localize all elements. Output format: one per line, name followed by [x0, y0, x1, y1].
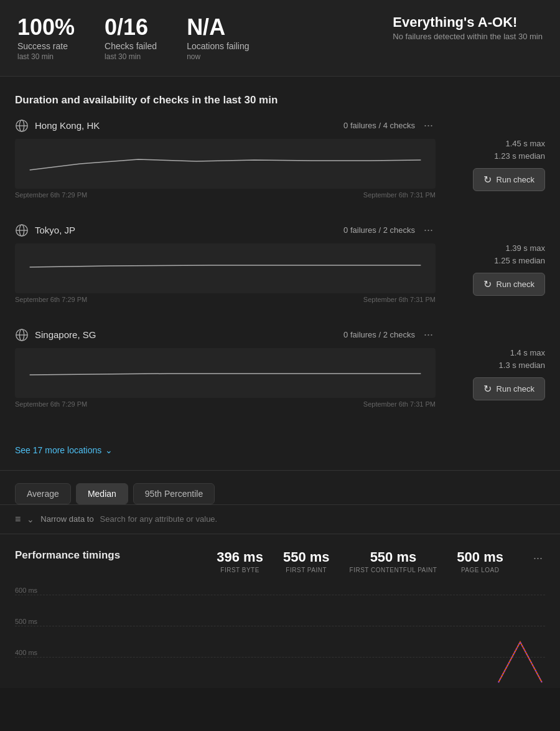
- filter-icon: ≡: [15, 514, 21, 525]
- perf-value-first-byte: 396 ms: [217, 549, 263, 565]
- tab-median[interactable]: Median: [76, 483, 128, 504]
- location-right-hk: 1.45 s max 1.23 s median ↻ Run check: [446, 119, 545, 192]
- tokyo-max: 1.39 s max: [505, 243, 545, 253]
- perf-metric-page-load: 500 ms PAGE LOAD: [457, 549, 503, 573]
- all-ok-label: No failures detected within the last 30 …: [393, 31, 543, 42]
- grid-label-500: 500 ms: [15, 618, 37, 625]
- perf-header: Performance timings 396 ms FIRST BYTE 55…: [15, 549, 545, 573]
- filter-input[interactable]: [100, 514, 545, 524]
- location-row-tokyo: Tokyo, JP 0 failures / 2 checks ··· Sept…: [15, 224, 545, 311]
- run-check-label-sg: Run check: [497, 384, 534, 394]
- see-more-section: See 17 more locations ⌄: [15, 433, 545, 470]
- stat-success-rate: 100% Success rate last 30 min: [17, 15, 75, 61]
- checks-failed-label: Checks failed: [105, 41, 157, 51]
- run-check-label-hk: Run check: [497, 175, 534, 184]
- location-right-sg: 1.4 s max 1.3 s median ↻ Run check: [446, 328, 545, 401]
- perf-label-first-paint: FIRST PAINT: [283, 567, 330, 573]
- tabs-section: Average Median 95th Percentile: [0, 471, 560, 505]
- grid-label-600: 600 ms: [15, 587, 37, 594]
- location-checks-hk: 0 failures / 4 checks: [343, 121, 415, 130]
- tokyo-stats: 1.39 s max 1.25 s median: [494, 242, 545, 268]
- locations-failing-sublabel: now: [187, 52, 249, 61]
- perf-chart-grid: 600 ms 500 ms 400 ms: [15, 588, 545, 688]
- perf-label-fcp: FIRST CONTENTFUL PAINT: [350, 567, 437, 573]
- perf-metric-first-paint: 550 ms FIRST PAINT: [283, 549, 330, 573]
- stats-bar: 100% Success rate last 30 min 0/16 Check…: [0, 0, 560, 77]
- chart-time-end-tokyo: September 6th 7:31 PM: [363, 296, 436, 303]
- locations-failing-label: Locations failing: [187, 41, 249, 51]
- location-checks-tokyo: 0 failures / 2 checks: [343, 225, 415, 235]
- chart-timestamps-tokyo: September 6th 7:29 PM September 6th 7:31…: [15, 296, 436, 303]
- location-menu-sg[interactable]: ···: [421, 328, 436, 341]
- chart-container-tokyo: [15, 243, 436, 293]
- perf-chart-triangle: [495, 636, 545, 688]
- location-left-tokyo: Tokyo, JP 0 failures / 2 checks ··· Sept…: [15, 224, 436, 311]
- section-title: Duration and availability of checks in t…: [15, 94, 545, 106]
- location-menu-hk[interactable]: ···: [421, 119, 436, 132]
- tokyo-median: 1.25 s median: [494, 256, 545, 265]
- chart-time-start-sg: September 6th 7:29 PM: [15, 400, 87, 408]
- chart-tokyo: [22, 248, 428, 286]
- chevron-down-icon: ⌄: [105, 445, 113, 455]
- chart-container-hk: [15, 139, 436, 189]
- location-left-hk: Hong Kong, HK 0 failures / 4 checks ··· …: [15, 119, 436, 206]
- stat-all-ok: Everything's A-OK! No failures detected …: [393, 15, 543, 42]
- location-checks-sg: 0 failures / 2 checks: [343, 330, 415, 339]
- perf-metrics: 396 ms FIRST BYTE 550 ms FIRST PAINT 550…: [217, 549, 545, 573]
- location-header-hk: Hong Kong, HK 0 failures / 4 checks ···: [15, 119, 436, 133]
- globe-icon-sg: [15, 328, 29, 342]
- location-right-tokyo: 1.39 s max 1.25 s median ↻ Run check: [446, 224, 545, 296]
- filter-bar: ≡ ⌄ Narrow data to: [0, 505, 560, 534]
- perf-value-page-load: 500 ms: [457, 549, 503, 565]
- refresh-icon-sg: ↻: [483, 383, 492, 395]
- run-check-button-sg[interactable]: ↻ Run check: [473, 377, 545, 400]
- location-row-hk: Hong Kong, HK 0 failures / 4 checks ··· …: [15, 119, 545, 206]
- grid-label-400: 400 ms: [15, 649, 37, 656]
- chart-time-start-hk: September 6th 7:29 PM: [15, 191, 87, 199]
- checks-failed-sublabel: last 30 min: [105, 52, 157, 61]
- all-ok-value: Everything's A-OK!: [393, 15, 543, 30]
- chart-time-end-hk: September 6th 7:31 PM: [363, 191, 436, 199]
- refresh-icon-tokyo: ↻: [483, 278, 492, 290]
- perf-section: Performance timings 396 ms FIRST BYTE 55…: [0, 534, 560, 688]
- location-menu-tokyo[interactable]: ···: [421, 224, 436, 237]
- perf-label-first-byte: FIRST BYTE: [217, 567, 263, 573]
- chart-hk: [22, 144, 428, 181]
- refresh-icon-hk: ↻: [483, 174, 492, 186]
- location-name-hk: Hong Kong, HK: [35, 120, 337, 131]
- see-more-button[interactable]: See 17 more locations ⌄: [15, 445, 113, 455]
- location-name-tokyo: Tokyo, JP: [35, 225, 337, 235]
- run-check-button-tokyo[interactable]: ↻ Run check: [473, 273, 545, 296]
- chart-time-end-sg: September 6th 7:31 PM: [363, 400, 436, 408]
- tab-95th[interactable]: 95th Percentile: [133, 483, 215, 504]
- filter-chevron-icon[interactable]: ⌄: [27, 514, 34, 524]
- perf-value-fcp: 550 ms: [350, 549, 437, 565]
- location-left-sg: Singapore, SG 0 failures / 2 checks ··· …: [15, 328, 436, 415]
- grid-line-500: 500 ms: [15, 626, 545, 626]
- location-header-sg: Singapore, SG 0 failures / 2 checks ···: [15, 328, 436, 342]
- location-name-sg: Singapore, SG: [35, 329, 337, 340]
- chart-timestamps-sg: September 6th 7:29 PM September 6th 7:31…: [15, 400, 436, 408]
- tab-average[interactable]: Average: [15, 483, 71, 504]
- grid-line-600: 600 ms: [15, 595, 545, 595]
- stat-locations-failing: N/A Locations failing now: [187, 15, 249, 61]
- chart-timestamps-hk: September 6th 7:29 PM September 6th 7:31…: [15, 191, 436, 199]
- stat-checks-failed: 0/16 Checks failed last 30 min: [105, 15, 157, 61]
- success-rate-sublabel: last 30 min: [17, 52, 75, 61]
- chart-sg: [22, 353, 428, 390]
- chart-container-sg: [15, 348, 436, 398]
- hk-max: 1.45 s max: [505, 139, 545, 148]
- run-check-button-hk[interactable]: ↻ Run check: [473, 168, 545, 191]
- main-content: Duration and availability of checks in t…: [0, 77, 560, 470]
- run-check-label-tokyo: Run check: [497, 280, 534, 289]
- perf-metric-fcp: 550 ms FIRST CONTENTFUL PAINT: [350, 549, 437, 573]
- perf-metric-first-byte: 396 ms FIRST BYTE: [217, 549, 263, 573]
- perf-menu-icon[interactable]: ···: [531, 552, 545, 565]
- sg-stats: 1.4 s max 1.3 s median: [499, 347, 545, 373]
- success-rate-value: 100%: [17, 15, 75, 40]
- chart-time-start-tokyo: September 6th 7:29 PM: [15, 296, 87, 303]
- perf-value-first-paint: 550 ms: [283, 549, 330, 565]
- triangle-svg: [495, 636, 545, 686]
- tabs: Average Median 95th Percentile: [15, 483, 545, 504]
- hk-median: 1.23 s median: [494, 151, 545, 161]
